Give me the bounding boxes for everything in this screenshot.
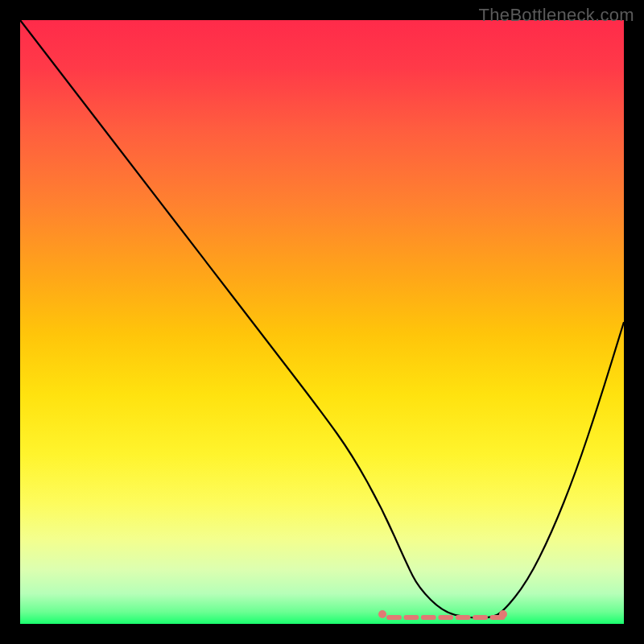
svg-point-0 — [378, 610, 386, 618]
watermark-text: TheBottleneck.com — [479, 5, 634, 26]
bottleneck-chart — [20, 20, 624, 624]
bottleneck-curve-line — [20, 20, 624, 618]
